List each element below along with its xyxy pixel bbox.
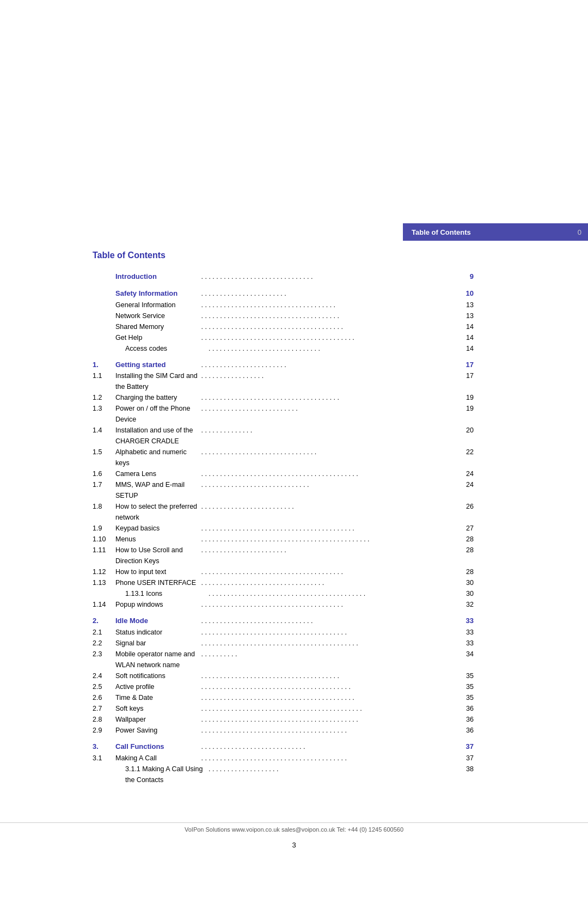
toc-3-1-1-label: 3.1.1 Making A Call Using the Contacts [125,764,209,785]
toc-2-7-page: 36 [458,703,474,714]
toc-get-help-label: Get Help [115,332,201,343]
toc-1-8-num: 1.8 [93,501,115,523]
toc-1-3: 1.3 Power on / off the Phone Device . . … [93,403,474,425]
toc-2-2-label: Signal bar [115,638,201,649]
toc-get-help-page: 14 [458,332,474,343]
toc-1-3-dots: . . . . . . . . . . . . . . . . . . . . … [201,403,459,425]
toc-intro-dots: . . . . . . . . . . . . . . . . . . . . … [201,271,459,283]
toc-intro-label: Introduction [115,271,201,283]
toc-1-4-num: 1.4 [93,425,115,447]
toc-2-5-page: 35 [458,681,474,692]
toc-2-8-page: 36 [458,714,474,725]
toc-1-5-page: 22 [458,447,474,468]
toc-1-13-1-dots: . . . . . . . . . . . . . . . . . . . . … [209,588,458,599]
toc-3-1-dots: . . . . . . . . . . . . . . . . . . . . … [201,753,459,764]
toc-1-4-page: 20 [458,425,474,447]
toc-2-6-dots: . . . . . . . . . . . . . . . . . . . . … [201,692,459,703]
toc-3-1-label: Making A Call [115,753,201,764]
toc-2-1-num: 2.1 [93,627,115,638]
toc-1-14: 1.14 Popup windows . . . . . . . . . . .… [93,599,474,610]
toc-shared-memory-dots: . . . . . . . . . . . . . . . . . . . . … [201,321,459,332]
footer: VoIPon Solutions www.voipon.co.uk sales@… [0,822,588,833]
toc-access-codes: Access codes . . . . . . . . . . . . . .… [93,343,474,354]
toc-2-7-label: Soft keys [115,703,201,714]
toc-1-3-label: Power on / off the Phone Device [115,403,201,425]
toc-3-1-1-page: 38 [458,764,474,785]
toc-1-1-dots: . . . . . . . . . . . . . . . . . [201,370,459,392]
page-container: Table of Contents 0 Table of Contents In… [0,0,588,909]
toc-section1-label: Getting started [115,359,201,371]
toc-1-12: 1.12 How to input text . . . . . . . . .… [93,566,474,577]
toc-section3-page: 37 [458,741,474,753]
toc-section2-label: Idle Mode [115,615,201,627]
toc-2-9: 2.9 Power Saving . . . . . . . . . . . .… [93,725,474,736]
toc-1-6-page: 24 [458,468,474,479]
toc-intro: Introduction . . . . . . . . . . . . . .… [93,271,474,283]
toc-safety-label: Safety Information [115,288,201,300]
toc-2-2-num: 2.2 [93,638,115,649]
header-bar-number: 0 [578,228,581,236]
toc-2-4-page: 35 [458,670,474,681]
toc-1-11-page: 28 [458,545,474,566]
toc-1-9-dots: . . . . . . . . . . . . . . . . . . . . … [201,523,459,534]
toc-1-13-1-page: 30 [458,588,474,599]
toc-3-1-page: 37 [458,753,474,764]
toc-get-help-dots: . . . . . . . . . . . . . . . . . . . . … [201,332,459,343]
toc-1-8: 1.8 How to select the preferred network … [93,501,474,523]
toc-section1: 1. Getting started . . . . . . . . . . .… [93,359,474,371]
toc-1-7-page: 24 [458,479,474,501]
toc-2-4-num: 2.4 [93,670,115,681]
toc-section2: 2. Idle Mode . . . . . . . . . . . . . .… [93,615,474,627]
toc-1-6-num: 1.6 [93,468,115,479]
toc-2-2-dots: . . . . . . . . . . . . . . . . . . . . … [201,638,459,649]
toc-2-6-num: 2.6 [93,692,115,703]
toc-2-3-dots: . . . . . . . . . . [201,649,459,670]
toc-2-5-label: Active profile [115,681,201,692]
toc-1-1-label: Installing the SIM Card and the Battery [115,370,201,392]
toc-section1-dots: . . . . . . . . . . . . . . . . . . . . … [201,359,459,371]
toc-2-7-dots: . . . . . . . . . . . . . . . . . . . . … [201,703,459,714]
toc-access-codes-page: 14 [458,343,474,354]
toc-network-service-label: Network Service [115,310,201,321]
toc-3-1: 3.1 Making A Call . . . . . . . . . . . … [93,753,474,764]
toc-1-13-label: Phone USER INTERFACE [115,577,201,588]
toc-section1-page: 17 [458,359,474,371]
toc-2-1-label: Status indicator [115,627,201,638]
toc-section2-dots: . . . . . . . . . . . . . . . . . . . . … [201,615,459,627]
toc-1-13-dots: . . . . . . . . . . . . . . . . . . . . … [201,577,459,588]
toc-1-1: 1.1 Installing the SIM Card and the Batt… [93,370,474,392]
toc-1-11-dots: . . . . . . . . . . . . . . . . . . . . … [201,545,459,566]
toc-1-10-page: 28 [458,534,474,545]
toc-1-10-label: Menus [115,534,201,545]
toc-1-8-page: 26 [458,501,474,523]
toc-2-9-num: 2.9 [93,725,115,736]
toc-1-13: 1.13 Phone USER INTERFACE . . . . . . . … [93,577,474,588]
toc-1-9: 1.9 Keypad basics . . . . . . . . . . . … [93,523,474,534]
toc-2-4: 2.4 Soft notifications . . . . . . . . .… [93,670,474,681]
toc-1-5: 1.5 Alphabetic and numeric keys . . . . … [93,447,474,468]
toc-shared-memory-page: 14 [458,321,474,332]
toc-1-3-page: 19 [458,403,474,425]
toc-1-11-num: 1.11 [93,545,115,566]
toc-intro-page: 9 [458,271,474,283]
toc-safety-page: 10 [458,288,474,300]
toc-access-codes-dots: . . . . . . . . . . . . . . . . . . . . … [209,343,458,354]
toc-section3: 3. Call Functions . . . . . . . . . . . … [93,741,474,753]
toc-1-7-dots: . . . . . . . . . . . . . . . . . . . . … [201,479,459,501]
toc-1-4-label: Installation and use of the CHARGER CRAD… [115,425,201,447]
toc-2-8-dots: . . . . . . . . . . . . . . . . . . . . … [201,714,459,725]
toc-shared-memory-label: Shared Memory [115,321,201,332]
toc-2-5: 2.5 Active profile . . . . . . . . . . .… [93,681,474,692]
toc-1-1-num: 1.1 [93,370,115,392]
toc-1-9-num: 1.9 [93,523,115,534]
toc-1-7: 1.7 MMS, WAP and E-mail SETUP . . . . . … [93,479,474,501]
toc-2-4-label: Soft notifications [115,670,201,681]
toc-network-service-dots: . . . . . . . . . . . . . . . . . . . . … [201,310,459,321]
toc-2-9-dots: . . . . . . . . . . . . . . . . . . . . … [201,725,459,736]
toc-2-3-page: 34 [458,649,474,670]
toc-2-3-num: 2.3 [93,649,115,670]
toc-1-14-num: 1.14 [93,599,115,610]
toc-get-help: Get Help . . . . . . . . . . . . . . . .… [93,332,474,343]
content-area: Table of Contents Introduction . . . . .… [93,251,474,785]
toc-1-6: 1.6 Camera Lens . . . . . . . . . . . . … [93,468,474,479]
